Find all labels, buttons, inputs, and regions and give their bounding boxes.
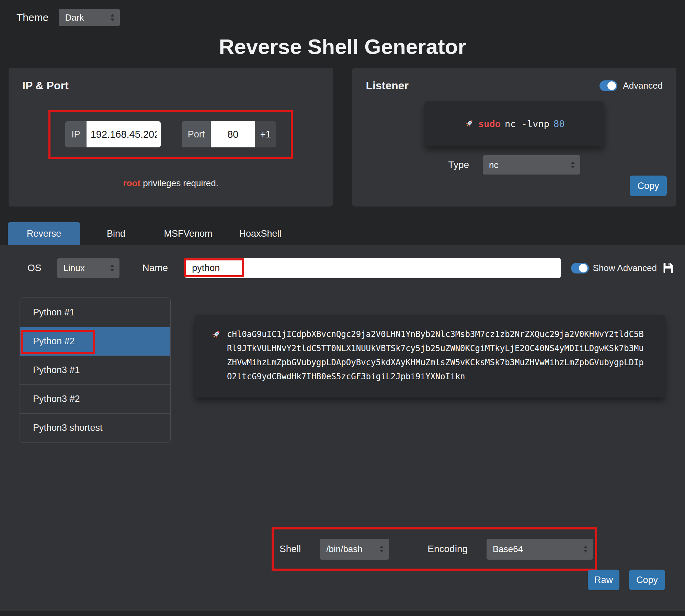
port-input[interactable] [211,121,255,147]
copy-listener-button[interactable]: Copy [630,176,667,196]
listener-title: Listener [366,79,409,92]
page-title: Reverse Shell Generator [0,34,685,59]
theme-label: Theme [16,12,48,23]
generator-options-row: OS Linux Name Show Advanced [27,258,675,278]
advanced-toggle-group: Advanced [600,80,663,91]
rocket-icon [464,119,474,129]
top-bar: Theme Dark [0,0,685,26]
raw-button[interactable]: Raw [588,570,619,590]
select-arrows-icon [583,546,588,552]
ip-port-title: IP & Port [22,79,319,92]
ip-label: IP [65,121,87,147]
select-arrows-icon [570,161,575,168]
rocket-icon [210,329,221,340]
encoding-select[interactable]: Base64 [487,539,593,560]
ip-port-card: IP & Port IP Port +1 root privileges req… [9,68,333,206]
list-item-python-2[interactable]: Python #2 [20,327,170,356]
list-item-python3-1[interactable]: Python3 #1 [20,356,170,384]
payload-list: Python #1 Python #2 Python3 #1 Python3 #… [20,298,171,443]
list-item-python3-2[interactable]: Python3 #2 [20,384,170,413]
show-advanced-toggle[interactable] [571,263,589,273]
os-label: OS [27,262,41,273]
root-note-text: privileges required. [140,178,218,188]
os-select[interactable]: Linux [57,258,119,278]
shell-select-value: /bin/bash [326,544,363,555]
root-highlight: root [123,178,141,188]
name-label: Name [142,262,168,273]
listener-header: Listener Advanced [366,79,663,92]
advanced-toggle[interactable] [600,80,617,91]
os-select-value: Linux [63,263,84,273]
listener-card: Listener Advanced sudo nc -lvnp 80 [352,68,677,206]
encoding-select-value: Base64 [493,544,523,555]
list-item-python-1[interactable]: Python #1 [20,298,170,327]
tab-reverse[interactable]: Reverse [8,222,80,245]
payload-code: cHl0aG9uIC1jICdpbXBvcnQgc29ja2V0LHN1YnBy… [227,327,645,384]
type-select-value: nc [489,160,498,170]
port-input-group: Port +1 [182,121,276,147]
type-select[interactable]: nc [483,155,580,175]
shell-type-tabs: Reverse Bind MSFVenom HoaxShell [8,222,685,245]
select-arrows-icon [110,265,115,271]
theme-select-value: Dark [65,12,84,23]
annotation-ip-port-box: IP Port +1 [48,110,293,159]
select-arrows-icon [110,14,115,21]
ip-input[interactable] [87,121,161,147]
raw-copy-buttons: Raw Copy [588,570,665,590]
tab-bind[interactable]: Bind [80,222,152,245]
listener-sudo: sudo [478,119,501,129]
encoding-label: Encoding [427,544,468,555]
generator-content: OS Linux Name Show Advanced Python #1 Py… [0,245,685,611]
toggle-knob [579,264,587,272]
shell-label: Shell [279,544,301,555]
port-label: Port [182,121,211,147]
payload-box: cHl0aG9uIC1jICdpbXBvcnQgc29ja2V0LHN1YnBy… [195,315,665,397]
copy-button[interactable]: Copy [629,570,665,590]
annotation-shell-encoding-box: Shell /bin/bash Encoding Base64 [272,527,597,571]
listener-type-row: Type nc [366,155,663,175]
theme-select[interactable]: Dark [59,9,120,26]
save-icon[interactable] [662,261,675,275]
bottom-controls: Shell /bin/bash Encoding Base64 Raw Copy [0,527,685,600]
top-cards: IP & Port IP Port +1 root privileges req… [0,59,685,206]
list-item-python3-shortest[interactable]: Python3 shortest [20,413,170,442]
advanced-label: Advanced [623,80,663,91]
show-advanced-label: Show Advanced [593,263,657,273]
name-input-wrap [185,258,560,278]
root-privileges-note: root privileges required. [22,178,319,189]
increment-port-button[interactable]: +1 [255,121,276,147]
listener-command: nc -lvnp [505,119,549,129]
tab-msfvenom[interactable]: MSFVenom [152,222,224,245]
tab-hoaxshell[interactable]: HoaxShell [224,222,296,245]
toggle-knob [607,81,616,90]
listener-command-box: sudo nc -lvnp 80 [424,101,604,146]
select-arrows-icon [379,546,384,552]
ip-input-group: IP [65,121,161,147]
listener-port: 80 [553,119,565,129]
name-input[interactable] [185,258,560,278]
generator-body: Python #1 Python #2 Python3 #1 Python3 #… [20,298,665,443]
type-label: Type [448,159,469,170]
shell-select[interactable]: /bin/bash [320,539,389,560]
